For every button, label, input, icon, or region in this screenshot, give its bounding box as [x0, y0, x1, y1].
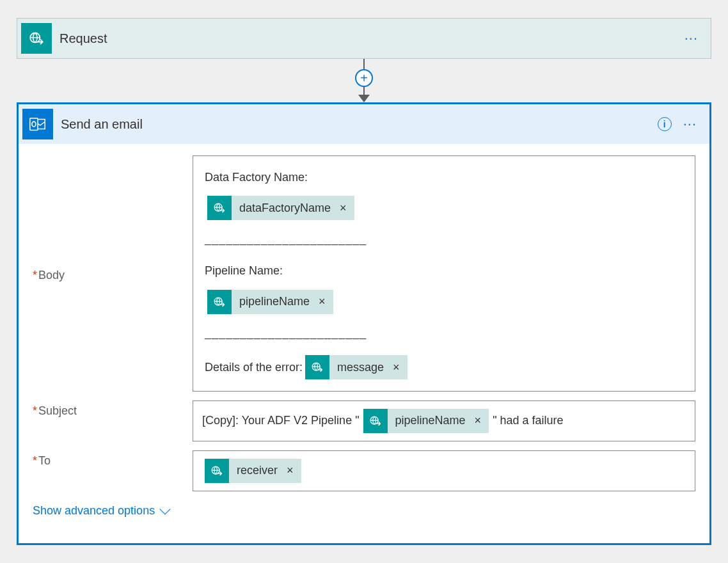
token-pipelinename[interactable]: pipelineName × [207, 290, 333, 314]
token-remove-button[interactable]: × [285, 464, 301, 477]
subject-suffix-text: " had a failure [493, 414, 563, 427]
token-label: pipelineName [232, 290, 317, 312]
token-label: dataFactoryName [232, 197, 338, 219]
http-request-icon [21, 23, 52, 54]
token-remove-button[interactable]: × [317, 290, 333, 312]
token-pipelinename[interactable]: pipelineName × [363, 409, 489, 433]
subject-input[interactable]: [Copy]: Your ADF V2 Pipeline " pipelineN… [193, 400, 695, 441]
globe-icon [205, 459, 229, 483]
token-message[interactable]: message × [305, 355, 408, 379]
token-label: message [329, 356, 392, 378]
separator-line: _______________________ [205, 228, 367, 250]
svg-rect-2 [30, 118, 38, 131]
arrow-down-icon [358, 95, 370, 102]
send-email-menu-button[interactable]: ··· [683, 117, 697, 131]
token-remove-button[interactable]: × [473, 414, 489, 427]
globe-icon [207, 290, 232, 314]
body-text-line: Details of the error: [205, 356, 303, 378]
subject-field-row: *Subject [Copy]: Your ADF V2 Pipeline " … [33, 400, 695, 441]
body-field-row: *Body Data Factory Name: dataFactoryName… [33, 155, 695, 392]
outlook-icon-svg [28, 115, 47, 134]
token-label: pipelineName [388, 414, 473, 427]
separator-line: _______________________ [205, 322, 367, 344]
request-card[interactable]: Request ··· [17, 18, 711, 59]
send-email-card[interactable]: Send an email i ··· *Body Data Factory N… [17, 102, 711, 545]
globe-icon [363, 409, 388, 433]
connector: + [17, 59, 711, 102]
subject-prefix-text: [Copy]: Your ADF V2 Pipeline " [202, 414, 360, 427]
token-datafactoryname[interactable]: dataFactoryName × [207, 196, 354, 220]
show-advanced-options-button[interactable]: Show advanced options [33, 504, 169, 518]
token-remove-button[interactable]: × [338, 197, 354, 219]
to-input[interactable]: receiver × [193, 450, 695, 491]
info-icon[interactable]: i [658, 117, 672, 131]
body-text-line: Pipeline Name: [205, 260, 283, 282]
send-email-title: Send an email [58, 117, 658, 132]
to-field-row: *To receiver × [33, 450, 695, 491]
chevron-down-icon [160, 504, 171, 515]
subject-label: *Subject [33, 400, 193, 418]
add-step-button[interactable]: + [355, 69, 373, 87]
outlook-icon [22, 109, 53, 139]
token-remove-button[interactable]: × [392, 356, 408, 378]
request-title: Request [57, 31, 684, 46]
token-receiver[interactable]: receiver × [205, 459, 301, 483]
globe-arrow-icon [28, 30, 45, 47]
body-text-line: Data Factory Name: [205, 166, 308, 188]
globe-icon [207, 196, 232, 220]
body-input[interactable]: Data Factory Name: dataFactoryName × ___… [193, 155, 695, 392]
to-label: *To [33, 450, 193, 468]
request-menu-button[interactable]: ··· [684, 31, 698, 45]
globe-icon [305, 355, 329, 379]
token-label: receiver [229, 464, 285, 477]
body-label: *Body [33, 265, 193, 282]
